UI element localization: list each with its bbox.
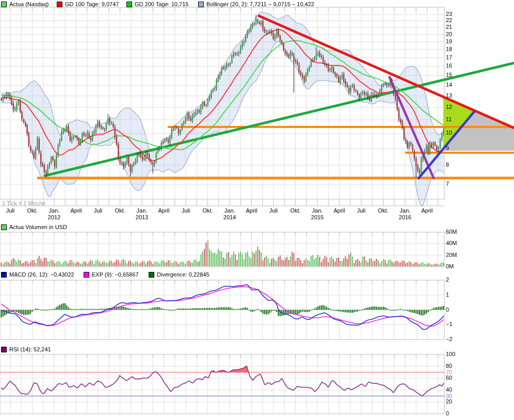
volume-legend: Actua Volumen in USD: [0, 223, 514, 231]
macd-axis-label: −2: [446, 336, 453, 342]
legend-item-exp: EXP (9): −0,65867: [84, 271, 139, 278]
price-axis-label: 8: [446, 161, 449, 168]
legend-item-rsi: RSI (14): 52,241: [1, 346, 51, 353]
macd-axis-label: 2: [446, 277, 449, 283]
legend-item-volume: Actua Volumen in USD: [1, 223, 67, 231]
time-axis-label: Juli: [94, 207, 103, 214]
time-axis-year-label: 2014: [223, 214, 236, 220]
legend-item-gd100: GD 100 Tage: 9,0747: [57, 1, 119, 8]
price-axis-label: 19: [446, 38, 452, 44]
rsi-swatch-icon: [1, 347, 7, 352]
divergence-swatch-icon: [149, 272, 154, 278]
price-axis-label: 17: [446, 54, 452, 60]
rsi-axis-label: 60: [446, 375, 452, 381]
actua-swatch-icon: [1, 2, 7, 7]
rsi-axis-label: 40: [446, 386, 452, 393]
bollinger-swatch-icon: [198, 2, 204, 7]
legend-item-bollinger: Bollinger (20, 2): 7,7211 − 9,0715 − 10,…: [198, 1, 314, 8]
volume-swatch-icon: [1, 224, 7, 230]
macd-axis-label: −1: [446, 321, 453, 327]
legend-label: EXP (9): −0,65867: [92, 271, 139, 278]
price-axis-label: 20: [446, 31, 452, 37]
legend-label: MACD (26, 12): −0,43022: [9, 271, 74, 278]
price-axis-label: 22: [446, 17, 452, 23]
time-axis-label: Juli: [269, 207, 278, 214]
time-axis-label: Jan.: [137, 207, 148, 214]
rsi-axis-label: 80: [446, 363, 452, 369]
rsi-axis-label: 70: [446, 369, 452, 375]
price-axis-label: 7: [446, 181, 449, 187]
time-axis-label: April: [421, 207, 432, 214]
time-axis-label: Okt.: [27, 207, 37, 214]
volume-axis-label: 40M: [446, 240, 457, 246]
time-axis-label: April: [333, 207, 345, 214]
macd-swatch-icon: [1, 272, 7, 278]
price-axis-label: 10: [446, 130, 452, 136]
rsi-axis-label: 100: [446, 351, 455, 357]
legend-item-gd200: GD 200 Tage: 10,715: [126, 1, 188, 8]
time-axis-year-label: 2015: [311, 214, 324, 220]
time-axis-label: Okt.: [115, 207, 125, 214]
stock-chart-page: Actua (Nasdaq) GD 100 Tage: 9,0747 GD 20…: [0, 0, 514, 420]
legend-label: Divergence: 0,22845: [157, 271, 210, 278]
price-axis-label: 18: [446, 46, 452, 52]
legend-label: Bollinger (20, 2): 7,7211 − 9,0715 − 10,…: [206, 1, 314, 7]
exp-swatch-icon: [84, 272, 89, 278]
time-axis-year-label: 2013: [136, 214, 148, 220]
time-axis-label: Juli: [182, 207, 190, 214]
volume-axis-label: 60M: [446, 229, 457, 235]
time-axis-label: Okt.: [202, 207, 213, 214]
price-axis-label: 16: [446, 62, 452, 69]
legend-label: GD 200 Tage: 10,715: [135, 1, 188, 7]
price-axis-label: 15: [446, 72, 452, 78]
price-axis-label: 14: [446, 82, 452, 88]
gd200-swatch-icon: [126, 2, 132, 7]
time-axis-label: Jan.: [312, 207, 323, 214]
time-axis-label: Jan.: [224, 207, 235, 214]
macd-legend: MACD (26, 12): −0,43022 EXP (9): −0,6586…: [0, 271, 514, 278]
tick-note: 1 Tick = 1 Woche: [2, 200, 45, 206]
time-axis-label: Jan.: [49, 207, 60, 214]
price-axis-label: 11: [446, 116, 452, 122]
time-axis-label: Jan.: [400, 207, 411, 214]
rsi-axis-label: 30: [446, 393, 452, 399]
legend-label: Actua (Nasdaq): [9, 1, 49, 7]
time-axis-label: Juli: [6, 207, 15, 214]
volume-axis-label: 0M: [446, 263, 454, 269]
time-axis-year-label: 2012: [48, 214, 60, 220]
time-axis-label: Okt.: [290, 207, 300, 214]
gd100-swatch-icon: [57, 2, 62, 7]
legend-label: RSI (14): 52,241: [9, 346, 51, 352]
macd-axis-label: 0: [446, 306, 449, 313]
time-axis-label: Juli: [357, 207, 366, 214]
legend-item-macd: MACD (26, 12): −0,43022: [1, 271, 74, 278]
legend-label: Actua Volumen in USD: [9, 224, 67, 230]
price-axis-label: 21: [446, 24, 452, 30]
rsi-axis-label: 20: [446, 398, 452, 405]
rsi-axis-label: 0: [446, 410, 449, 416]
volume-axis-label: 20M: [446, 252, 457, 258]
legend-label: GD 100 Tage: 9,0747: [65, 1, 119, 7]
legend-item-actua: Actua (Nasdaq): [1, 1, 49, 8]
price-axis-label: 23: [446, 11, 452, 17]
price-axis-label: 9: [446, 145, 449, 151]
time-axis-label: April: [70, 207, 82, 214]
price-axis-label: 13: [446, 92, 452, 99]
legend-item-divergence: Divergence: 0,22845: [149, 271, 210, 278]
price-axis-label: 12: [446, 104, 452, 110]
macd-axis-label: 1: [446, 292, 449, 298]
main-legend: Actua (Nasdaq) GD 100 Tage: 9,0747 GD 20…: [0, 1, 514, 8]
time-axis-label: Okt.: [378, 207, 388, 214]
time-axis-year-label: 2016: [399, 214, 411, 220]
time-axis-label: April: [246, 207, 257, 214]
time-axis-label: April: [158, 207, 169, 214]
rsi-legend: RSI (14): 52,241: [0, 346, 514, 353]
